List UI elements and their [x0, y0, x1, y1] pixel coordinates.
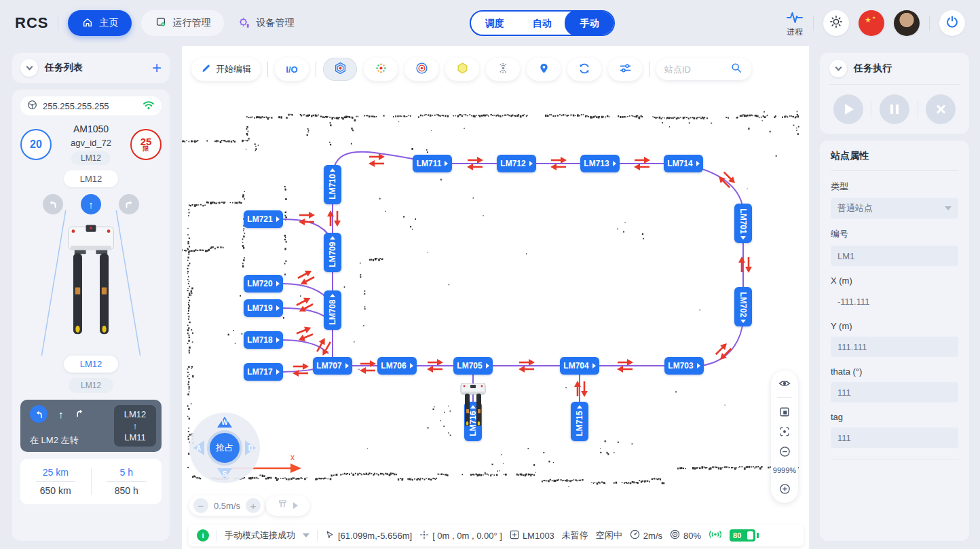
station-LM721[interactable]: LM721 — [244, 210, 283, 228]
station-LM711[interactable]: LM711 — [413, 155, 452, 172]
station-tag-field[interactable]: 111 — [831, 428, 958, 448]
robot-offset: [ 0m , 0m , 0.00° ] — [432, 531, 502, 541]
station-LM707[interactable]: LM707 — [313, 357, 352, 375]
nav-operations[interactable]: 运行管理 — [141, 10, 224, 36]
odometer-stats: 25 km 650 km 5 h 850 h — [20, 459, 162, 504]
station-LM712[interactable]: LM712 — [497, 155, 536, 172]
station-LM703[interactable]: LM703 — [664, 357, 704, 375]
speed-increase-button[interactable]: + — [246, 498, 261, 513]
agv-id: agv_id_72 — [71, 138, 111, 148]
station-LM706[interactable]: LM706 — [377, 357, 417, 375]
station-search — [656, 58, 751, 80]
lidar-layer-button[interactable] — [323, 58, 357, 81]
seize-control-button[interactable]: 抢占 — [207, 430, 242, 466]
station-type-select[interactable]: 普通站点 — [831, 198, 958, 219]
mode-dispatch[interactable]: 调度 — [471, 12, 519, 35]
y-label: Y (m) — [831, 321, 958, 331]
straight-icon: ↑ — [58, 409, 64, 420]
station-LM709[interactable]: LM709 — [324, 233, 341, 272]
task-play-button[interactable] — [833, 94, 863, 124]
station-LM720[interactable]: LM720 — [244, 275, 283, 292]
pause-icon — [890, 105, 899, 114]
divider — [316, 62, 316, 77]
map-canvas[interactable]: LM710LM711LM712LM713LM714LM701LM721LM709… — [182, 46, 809, 549]
search-icon[interactable] — [731, 62, 742, 76]
station-y-field[interactable]: 111.111 — [831, 337, 958, 357]
robot-ip-row[interactable]: 255.255.255.255 — [20, 96, 162, 115]
station-LM713[interactable]: LM713 — [580, 155, 620, 172]
station-LM715[interactable]: LM715 — [571, 402, 588, 441]
target-layer-button[interactable] — [404, 58, 438, 81]
station-LM704[interactable]: LM704 — [560, 357, 599, 375]
steering-wheel-icon — [27, 100, 37, 112]
collapse-task-list-button[interactable] — [20, 59, 38, 77]
station-theta-field[interactable]: 111 — [831, 382, 958, 402]
process-button[interactable]: 进程 — [786, 10, 804, 37]
divider — [58, 16, 58, 31]
connection-status-message: 手动模式连接成功 — [225, 529, 295, 542]
filter-settings-button[interactable] — [608, 58, 642, 81]
scatter-layer-button[interactable] — [364, 58, 398, 81]
nav-device[interactable]: 设备管理 — [233, 16, 298, 31]
idle-state: 空闲中 — [596, 529, 622, 542]
plus-square-icon — [510, 530, 519, 542]
station-LM702[interactable]: LM702 — [734, 287, 752, 326]
zone-layer-button[interactable] — [445, 58, 479, 81]
collapse-task-exec-button[interactable] — [829, 60, 847, 77]
power-button[interactable] — [939, 10, 965, 36]
map-robot-marker[interactable] — [458, 383, 488, 442]
locate-pin-button[interactable] — [527, 58, 561, 81]
io-button[interactable]: I/O — [275, 58, 309, 81]
start-edit-button[interactable]: 开始编辑 — [191, 58, 261, 81]
speedometer-icon — [630, 529, 640, 542]
zoom-in-button[interactable] — [779, 483, 791, 495]
task-exec-title: 任务执行 — [854, 62, 892, 75]
refresh-icon — [578, 62, 590, 77]
add-task-button[interactable]: + — [152, 60, 162, 76]
user-avatar[interactable] — [894, 10, 920, 36]
station-LM714[interactable]: LM714 — [664, 155, 703, 172]
station-search-input[interactable] — [664, 64, 725, 75]
divider — [777, 397, 792, 398]
fork-action-control[interactable] — [266, 495, 309, 516]
refresh-button[interactable] — [567, 58, 601, 81]
speed-decrease-button[interactable]: − — [193, 498, 208, 513]
localization-percent: 80% — [683, 531, 701, 541]
task-list-title: 任务列表 — [45, 62, 83, 74]
mode-manual[interactable]: 手动 — [565, 10, 615, 36]
status-dropdown-caret[interactable] — [303, 533, 309, 537]
visibility-toggle-button[interactable] — [778, 379, 791, 388]
station-LM701[interactable]: LM701 — [734, 204, 752, 243]
station-LM710[interactable]: LM710 — [324, 165, 341, 204]
nav-home[interactable]: 主页 — [68, 10, 132, 36]
monitor-icon — [155, 16, 167, 31]
cursor-position: [61.099m,-5.656m] — [338, 531, 412, 541]
task-cancel-button[interactable] — [926, 94, 956, 124]
station-x-field[interactable]: -111.111 — [831, 291, 958, 311]
top-navbar: RCS 主页 运行管理 设备管理 调度 自动 手动 进程 — [0, 0, 980, 46]
center-focus-button[interactable] — [779, 426, 790, 437]
station-number-field[interactable]: LM1 — [831, 246, 958, 266]
station-LM717[interactable]: LM717 — [244, 363, 283, 381]
language-flag-button[interactable]: ★★ — [859, 10, 884, 36]
navigation-hint-panel: ↑ 在 LM2 左转 LM12 ↑ LM11 — [20, 400, 162, 452]
joystick-d-label: D — [248, 444, 253, 452]
radar-scan-button[interactable] — [486, 58, 520, 81]
zoom-out-button[interactable] — [779, 446, 791, 457]
station-LM719[interactable]: LM719 — [244, 299, 283, 317]
type-label: 类型 — [831, 181, 958, 193]
chevron-down-icon — [835, 64, 842, 71]
minimap-toggle-button[interactable] — [779, 406, 790, 417]
station-LM718[interactable]: LM718 — [244, 331, 283, 349]
station-LM705[interactable]: LM705 — [453, 357, 493, 375]
task-pause-button[interactable] — [880, 94, 909, 124]
theme-toggle-button[interactable] — [823, 10, 849, 36]
joystick-a-label: A — [196, 444, 201, 452]
nav-home-label: 主页 — [99, 17, 118, 29]
status-bar: i 手动模式连接成功 [61.099m,-5.656m] [ 0m , 0m ,… — [189, 525, 804, 546]
chevron-down-icon — [26, 64, 33, 71]
mode-auto[interactable]: 自动 — [519, 12, 566, 35]
sliders-icon — [619, 62, 632, 77]
station-LM708[interactable]: LM708 — [324, 290, 341, 330]
task-sidebar: 任务列表 + 255.255.255.255 20 AM1050 agv_id_… — [0, 46, 182, 549]
